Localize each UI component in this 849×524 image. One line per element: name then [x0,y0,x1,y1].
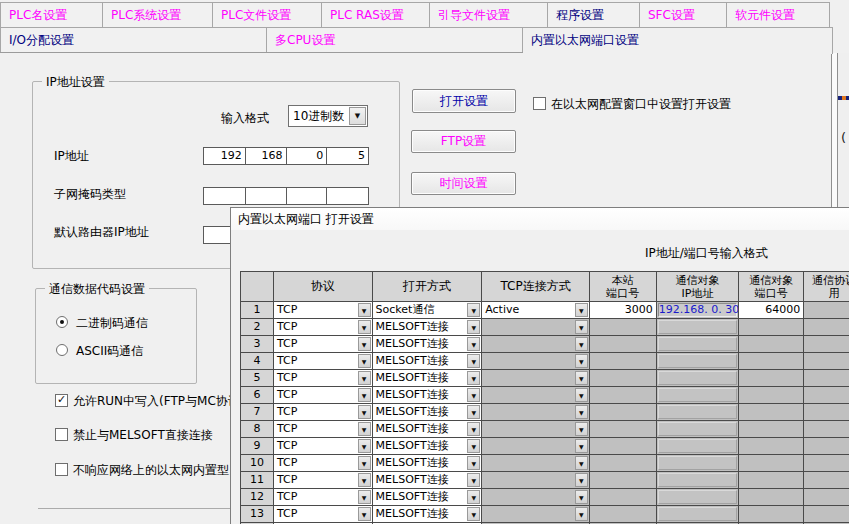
open-method-dropdown[interactable]: MELSOFT连接▼ [373,455,483,472]
host-port-cell[interactable] [590,353,657,370]
binary-code-radio[interactable] [56,316,68,328]
chevron-down-icon[interactable]: ▼ [575,507,588,521]
chevron-down-icon[interactable]: ▼ [358,337,371,351]
target-ip-cell[interactable] [657,353,740,370]
target-ip-cell[interactable] [657,319,740,336]
chevron-down-icon[interactable]: ▼ [467,490,480,504]
open-in-config-window-checkbox[interactable] [533,97,546,110]
host-port-cell[interactable] [590,336,657,353]
target-ip-cell[interactable] [657,421,740,438]
target-port-cell[interactable] [739,438,804,455]
target-ip-cell[interactable] [657,472,740,489]
target-port-cell[interactable] [739,489,804,506]
protocol-dropdown[interactable]: TCP▼ [274,319,373,336]
target-port-cell[interactable] [739,506,804,523]
host-port-cell[interactable] [590,370,657,387]
chevron-down-icon[interactable]: ▼ [575,490,588,504]
target-port-cell[interactable] [739,370,804,387]
tcp-mode-dropdown[interactable]: Active▼ [482,302,590,319]
tab-program[interactable]: 程序设置 [548,2,640,27]
tcp-mode-dropdown[interactable]: ▼ [482,489,590,506]
chevron-down-icon[interactable]: ▼ [575,320,588,334]
ftp-settings-button[interactable]: FTP设置 [411,130,516,153]
ip-address-field[interactable]: 192 168 0 5 [203,147,369,165]
protocol-dropdown[interactable]: TCP▼ [274,302,373,319]
chevron-down-icon[interactable]: ▼ [575,439,588,453]
tcp-mode-dropdown[interactable]: ▼ [482,404,590,421]
chevron-down-icon[interactable]: ▼ [467,337,480,351]
input-format-dropdown[interactable]: 10进制数 ▼ [288,105,368,127]
host-port-cell[interactable]: 3000 [590,302,657,319]
target-port-cell[interactable] [739,387,804,404]
host-port-cell[interactable] [590,506,657,523]
tab-device[interactable]: 软元件设置 [727,2,830,27]
target-ip-cell[interactable] [657,336,740,353]
protocol-dropdown[interactable]: TCP▼ [274,438,373,455]
host-port-cell[interactable] [590,404,657,421]
subnet-octet-3[interactable] [286,188,327,204]
chevron-down-icon[interactable]: ▼ [467,473,480,487]
chevron-down-icon[interactable]: ▼ [358,320,371,334]
chevron-down-icon[interactable]: ▼ [575,473,588,487]
tcp-mode-dropdown[interactable]: ▼ [482,421,590,438]
open-method-dropdown[interactable]: MELSOFT连接▼ [373,336,483,353]
host-port-cell[interactable] [590,319,657,336]
chevron-down-icon[interactable]: ▼ [575,405,588,419]
subnet-octet-2[interactable] [245,188,286,204]
open-method-dropdown[interactable]: MELSOFT连接▼ [373,370,483,387]
chevron-down-icon[interactable]: ▼ [467,456,480,470]
allow-run-write-checkbox[interactable] [55,394,68,407]
chevron-down-icon[interactable]: ▼ [358,422,371,436]
target-ip-cell[interactable] [657,455,740,472]
chevron-down-icon[interactable]: ▼ [358,490,371,504]
chevron-down-icon[interactable]: ▼ [349,107,366,125]
target-ip-cell[interactable] [657,370,740,387]
target-ip-cell[interactable] [657,438,740,455]
tcp-mode-dropdown[interactable]: ▼ [482,438,590,455]
target-port-cell[interactable] [739,421,804,438]
chevron-down-icon[interactable]: ▼ [358,405,371,419]
protocol-dropdown[interactable]: TCP▼ [274,421,373,438]
tab-plc-file[interactable]: PLC文件设置 [213,2,322,27]
chevron-down-icon[interactable]: ▼ [575,422,588,436]
target-ip-cell[interactable]: 192.168. 0. 30 [657,302,740,319]
chevron-down-icon[interactable]: ▼ [358,456,371,470]
target-port-cell[interactable] [739,353,804,370]
open-method-dropdown[interactable]: MELSOFT连接▼ [373,387,483,404]
ip-octet-2[interactable]: 168 [245,148,286,164]
open-method-dropdown[interactable]: MELSOFT连接▼ [373,404,483,421]
ip-octet-1[interactable]: 192 [204,148,245,164]
tab-plc-system[interactable]: PLC系统设置 [103,2,213,27]
protocol-dropdown[interactable]: TCP▼ [274,506,373,523]
target-ip-cell[interactable] [657,387,740,404]
protocol-dropdown[interactable]: TCP▼ [274,336,373,353]
chevron-down-icon[interactable]: ▼ [467,388,480,402]
chevron-down-icon[interactable]: ▼ [575,371,588,385]
chevron-down-icon[interactable]: ▼ [358,354,371,368]
tab-plc-ras[interactable]: PLC RAS设置 [322,2,430,27]
subnet-mask-field[interactable] [203,187,369,205]
open-method-dropdown[interactable]: MELSOFT连接▼ [373,421,483,438]
chevron-down-icon[interactable]: ▼ [467,422,480,436]
tcp-mode-dropdown[interactable]: ▼ [482,319,590,336]
tcp-mode-dropdown[interactable]: ▼ [482,506,590,523]
target-ip-cell[interactable] [657,404,740,421]
protocol-dropdown[interactable]: TCP▼ [274,387,373,404]
chevron-down-icon[interactable]: ▼ [575,456,588,470]
disable-melsoft-direct-checkbox[interactable] [55,428,68,441]
target-port-cell[interactable] [739,319,804,336]
open-method-dropdown[interactable]: MELSOFT连接▼ [373,506,483,523]
tcp-mode-dropdown[interactable]: ▼ [482,353,590,370]
tcp-mode-dropdown[interactable]: ▼ [482,387,590,404]
open-method-dropdown[interactable]: MELSOFT连接▼ [373,438,483,455]
host-port-cell[interactable] [590,489,657,506]
chevron-down-icon[interactable]: ▼ [467,303,480,317]
tab-boot-file[interactable]: 引导文件设置 [430,2,548,27]
open-method-dropdown[interactable]: Socket通信▼ [373,302,483,319]
subnet-octet-4[interactable] [326,188,368,204]
open-method-dropdown[interactable]: MELSOFT连接▼ [373,319,483,336]
chevron-down-icon[interactable]: ▼ [575,354,588,368]
tcp-mode-dropdown[interactable]: ▼ [482,370,590,387]
dialog-titlebar[interactable]: 内置以太网端口 打开设置 [231,208,849,230]
target-port-cell[interactable]: 64000 [739,302,804,319]
